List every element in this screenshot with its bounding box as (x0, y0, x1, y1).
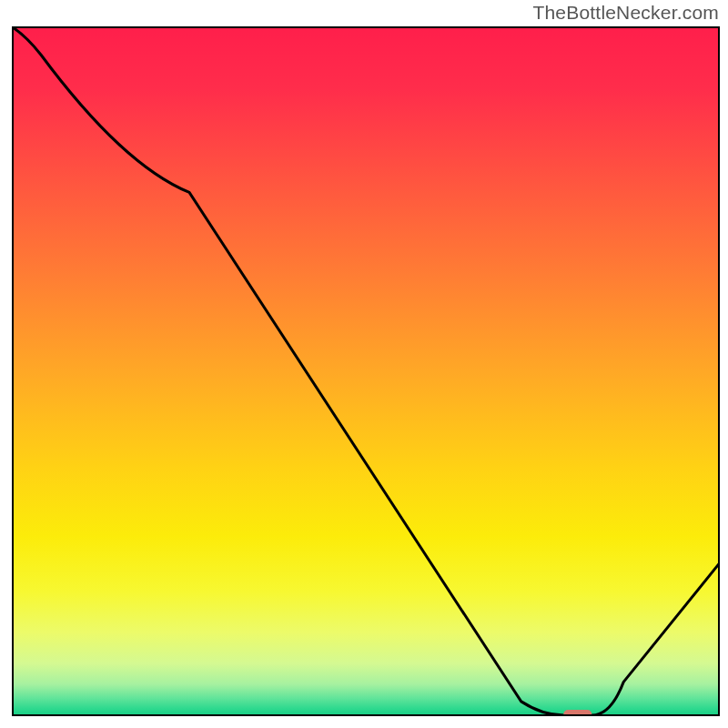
gradient-background (13, 27, 719, 715)
bottleneck-chart (0, 0, 728, 728)
watermark-text: TheBottleNecker.com (532, 2, 719, 24)
chart-container: TheBottleNecker.com (0, 0, 728, 728)
